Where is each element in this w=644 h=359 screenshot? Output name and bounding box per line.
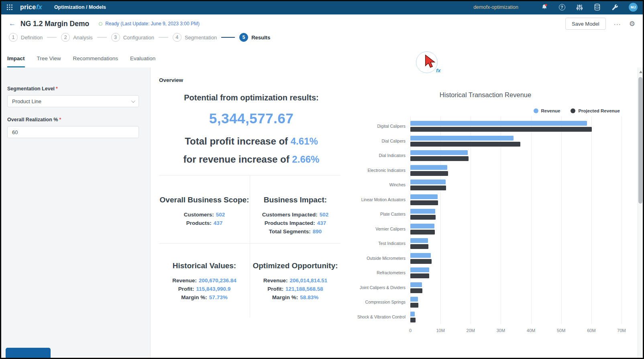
step-label: Configuration [123, 35, 154, 41]
chart-category-label: Joint Calipers & Dividers [345, 285, 406, 290]
sidebar-bottom-button[interactable] [6, 348, 51, 358]
legend-label: Revenue [541, 108, 560, 113]
bar-revenue [410, 224, 434, 228]
field-segmentation-level: Segmentation Level*Product Line [7, 86, 139, 107]
select-value: Product Line [12, 98, 41, 104]
revenue-increase-line: for revenue increase of 2.66% [161, 150, 342, 168]
legend-item-projected-revenue[interactable]: Projected Revenue [571, 108, 620, 113]
user-avatar[interactable]: MJ [629, 3, 638, 12]
stat-value: 200,670,236.84 [199, 277, 236, 284]
notifications-icon[interactable] [540, 4, 548, 11]
required-marker: * [59, 117, 61, 122]
vertical-scrollbar[interactable] [638, 67, 643, 358]
bar-revenue [410, 238, 428, 243]
x-tick-label: 50M [557, 328, 565, 333]
chart-category-label: Compression Springs [345, 300, 406, 304]
bar-projected-revenue [410, 244, 428, 249]
stat-value: 115,843,990.9 [196, 286, 231, 292]
bar-projected-revenue [410, 259, 432, 264]
save-model-button[interactable]: Save Model [565, 18, 606, 30]
bar-projected-revenue [410, 303, 418, 308]
stat-value: 58.83% [300, 294, 318, 300]
x-tick-label: 60M [587, 328, 595, 333]
top-navbar: pricefx Optimization / Models demofx-opt… [0, 0, 644, 14]
required-marker: * [56, 86, 58, 92]
card-overall-business-scope: Overall Business Scope:Customers:502Prod… [159, 175, 250, 243]
apps-grid-icon[interactable] [6, 4, 13, 10]
tab-evaluation[interactable]: Evaluation [130, 55, 155, 67]
scroll-up-arrow[interactable] [639, 71, 642, 73]
model-header: ← NG 1.2 Margin Demo Ready (Last Update:… [0, 14, 644, 33]
breadcrumb: Optimization / Models [54, 4, 106, 10]
card-business-impact: Business Impact:Customers Impacted:502Pr… [250, 175, 340, 243]
admin-wrench-icon[interactable] [611, 4, 619, 11]
wizard-stepper: 1Definition2Analysis3Configuration4Segme… [9, 32, 270, 43]
stat-row: Products:437 [159, 219, 250, 227]
tab-tree-view[interactable]: Tree View [37, 55, 61, 67]
chart-row-digital-calipers: Digital Calipers [410, 119, 622, 134]
stat-row: Margin %:58.83% [250, 293, 340, 302]
segmentation-level-select[interactable]: Product Line [7, 95, 139, 107]
chart-title: Historical Transaction Revenue [349, 89, 622, 100]
overall-realization-input[interactable] [7, 126, 139, 138]
stat-value: 437 [214, 220, 223, 226]
step-analysis[interactable]: 2Analysis [61, 33, 92, 42]
legend-item-revenue[interactable]: Revenue [534, 108, 560, 113]
bar-revenue [410, 312, 415, 316]
bar-projected-revenue [410, 200, 438, 205]
x-tick-label: 0 [409, 328, 412, 333]
bar-projected-revenue [410, 273, 429, 278]
card-title: Overall Business Scope: [159, 196, 250, 204]
back-arrow-icon[interactable]: ← [9, 20, 16, 28]
legend-dot [571, 108, 575, 113]
stat-value: 890 [313, 228, 322, 235]
potential-value: 5,344,577.67 [161, 110, 342, 126]
tab-bar: ImpactTree ViewRecommendationsEvaluation [0, 51, 644, 67]
more-options-icon[interactable]: ··· [614, 20, 621, 27]
stat-row: Margin %:57.73% [159, 293, 250, 302]
step-segmentation[interactable]: 4Segmentation [173, 33, 217, 42]
bar-projected-revenue [410, 156, 469, 161]
step-results[interactable]: 5Results [239, 33, 270, 42]
chart-category-label: Test Indicators [345, 241, 406, 246]
chart-row-refractometers: Refractometers [410, 265, 622, 280]
card-optimized-opportunity: Optimized Opportunity:Revenue:206,014,81… [250, 243, 340, 318]
database-icon[interactable] [593, 4, 601, 11]
stat-row: Revenue:200,670,236.84 [159, 276, 250, 285]
page-title: NG 1.2 Margin Demo [20, 20, 89, 28]
step-number: 1 [9, 33, 18, 42]
step-definition[interactable]: 1Definition [9, 33, 43, 42]
chart-category-label: Electronic Indicators [345, 168, 406, 173]
stat-value: 57.73% [209, 294, 228, 300]
chevron-down-icon [131, 99, 135, 103]
step-configuration[interactable]: 3Configuration [111, 33, 154, 42]
ready-status-icon [99, 22, 102, 26]
chart-row-dial-indicators: Dial Indicators [410, 148, 622, 163]
chart-row-shock-vibration-control: Shock & Vibration Control [410, 310, 622, 324]
legend-label: Projected Revenue [578, 108, 620, 113]
bar-revenue [410, 209, 435, 214]
field-label: Segmentation Level* [7, 86, 139, 92]
historical-revenue-chart: Historical Transaction Revenue RevenuePr… [349, 89, 622, 336]
chart-category-label: Shock & Vibration Control [345, 314, 406, 319]
bar-projected-revenue [410, 186, 446, 190]
configuration-sliders-icon[interactable] [576, 4, 583, 11]
bar-revenue [410, 253, 431, 258]
bar-projected-revenue [410, 215, 436, 220]
pricefx-logo[interactable]: pricefx [20, 4, 42, 11]
field-overall-realization: Overall Realization %* [7, 117, 139, 138]
chart-row-test-indicators: Test Indicators [410, 236, 622, 251]
chart-category-label: Plate Casters [345, 212, 406, 216]
gear-icon[interactable]: ⚙ [629, 20, 635, 28]
bar-revenue [410, 136, 514, 141]
stat-row: Customers:502 [159, 210, 250, 219]
x-tick-label: 20M [467, 328, 475, 333]
help-icon[interactable]: ? [558, 4, 566, 11]
profit-increase-value: 4.61% [291, 136, 318, 147]
profit-increase-line: Total profit increase of 4.61% [161, 132, 342, 150]
chart-category-label: Winches [345, 182, 406, 187]
tab-recommendations[interactable]: Recommendations [73, 55, 118, 67]
card-title: Business Impact: [250, 196, 340, 204]
scrollbar-thumb[interactable] [638, 77, 642, 204]
tab-impact[interactable]: Impact [7, 55, 25, 67]
